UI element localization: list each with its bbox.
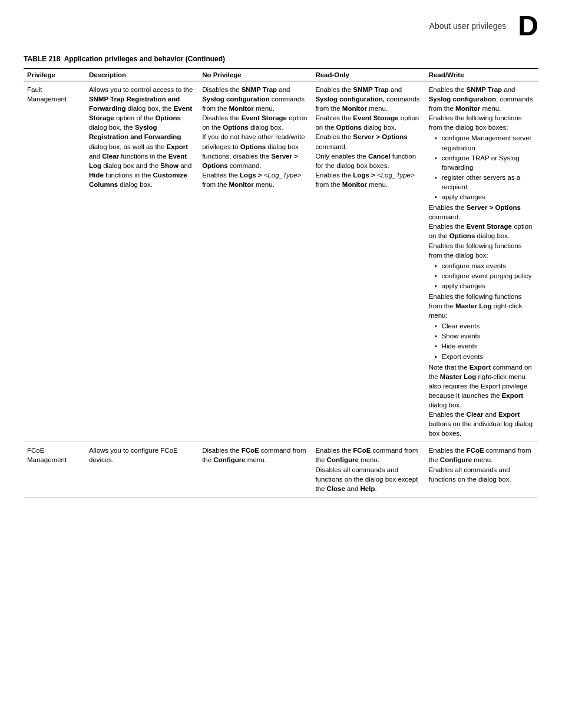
table-caption: TABLE 218 Application privileges and beh…: [24, 55, 538, 63]
table-header-row: Privilege Description No Privilege Read-…: [24, 68, 538, 81]
fcoe-no-privilege: Disables the FCoE command from the Confi…: [199, 442, 312, 497]
fcoe-read-only: Enables the FCoE command from the Config…: [312, 442, 425, 497]
page-letter: D: [518, 12, 538, 40]
fault-read-only: Enables the SNMP Trap and Syslog configu…: [312, 81, 425, 442]
page-header: About user privileges D: [24, 12, 538, 43]
privilege-name: Fault Management: [24, 81, 85, 442]
col-header-description: Description: [85, 68, 199, 81]
fault-no-privilege: Disables the SNMP Trap and Syslog config…: [199, 81, 312, 442]
col-header-privilege: Privilege: [24, 68, 85, 81]
table-row: FCoE Management Allows you to configure …: [24, 442, 538, 497]
col-header-noprivilege: No Privilege: [199, 68, 312, 81]
table-number: TABLE 218: [24, 55, 60, 63]
col-header-readonly: Read-Only: [312, 68, 425, 81]
col-header-readwrite: Read/Write: [425, 68, 538, 81]
privileges-table: Privilege Description No Privilege Read-…: [24, 68, 538, 498]
page-title: About user privileges: [429, 21, 507, 31]
table-row: Fault Management Allows you to control a…: [24, 81, 538, 442]
privilege-name: FCoE Management: [24, 442, 85, 497]
table-title-text: Application privileges and behavior (Con…: [64, 55, 225, 63]
fault-read-write: Enables the SNMP Trap and Syslog configu…: [425, 81, 538, 442]
fault-description: Allows you to control access to the SNMP…: [85, 81, 199, 442]
fcoe-description: Allows you to configure FCoE devices.: [85, 442, 199, 497]
fcoe-read-write: Enables the FCoE command from the Config…: [425, 442, 538, 497]
